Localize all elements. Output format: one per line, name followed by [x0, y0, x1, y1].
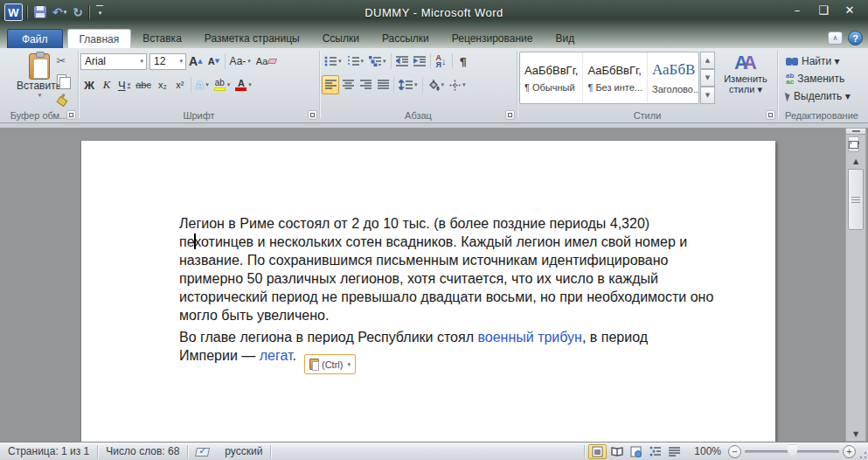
undo-button[interactable]: ↶▾ — [51, 5, 68, 19]
borders-button[interactable]: ▾ — [447, 75, 469, 94]
change-styles-button[interactable]: АА Изменить стили ▾ — [718, 52, 774, 109]
gallery-scroll-up-button[interactable]: ▲ — [700, 52, 715, 69]
scrollbar-thumb[interactable] — [848, 169, 864, 230]
decrease-indent-button[interactable] — [393, 52, 411, 71]
underline-button[interactable]: Ч▾ — [115, 75, 133, 94]
paragraph-dialog-launcher[interactable] — [505, 110, 515, 120]
replace-button[interactable]: abac Заменить — [783, 70, 867, 87]
scroll-up-button[interactable]: ▲ — [846, 154, 865, 168]
tab-insert[interactable]: Вставка — [131, 29, 193, 48]
vertical-scrollbar: ▲ ▼ — [845, 128, 866, 442]
scroll-down-button[interactable]: ▼ — [846, 427, 865, 441]
window-title: DUMMY - Microsoft Word — [0, 6, 868, 19]
font-dialog-launcher[interactable] — [308, 110, 317, 120]
close-button[interactable]: ✕ — [837, 0, 863, 19]
style-heading1[interactable]: АаБбВ Заголово... — [648, 52, 699, 103]
style-normal[interactable]: АаБбВвГг, ¶ Обычный — [520, 52, 583, 103]
copy-button[interactable] — [51, 71, 72, 88]
zoom-track[interactable] — [745, 450, 839, 453]
multilevel-list-button[interactable]: ▾ — [366, 52, 389, 71]
gallery-more-button[interactable]: ▼ — [700, 87, 715, 104]
word-logo-icon[interactable]: W — [4, 3, 23, 21]
web-layout-view-button[interactable] — [627, 444, 645, 459]
tab-view[interactable]: Вид — [544, 29, 586, 48]
zoom-in-button[interactable]: + — [843, 445, 856, 458]
zoom-out-button[interactable]: − — [728, 445, 741, 458]
tab-mailings[interactable]: Рассылки — [371, 29, 441, 48]
numbering-button[interactable]: ▾ — [344, 52, 367, 71]
split-window-handle[interactable] — [846, 129, 865, 135]
copy-icon — [57, 74, 66, 85]
increase-indent-button[interactable] — [411, 52, 428, 71]
tab-page-layout[interactable]: Разметка страницы — [193, 29, 311, 48]
bullets-button[interactable]: ▾ — [322, 52, 344, 71]
ribbon-tab-row: Файл Главная Вставка Разметка страницы С… — [0, 27, 868, 48]
page-indicator[interactable]: Страница: 1 из 1 — [0, 443, 97, 460]
justify-button[interactable] — [374, 75, 392, 94]
proofing-status[interactable]: ✓ — [188, 443, 217, 460]
bold-button[interactable]: Ж — [80, 75, 98, 94]
decrease-indent-icon — [396, 56, 408, 66]
align-right-button[interactable] — [357, 75, 374, 94]
tab-file[interactable]: Файл — [7, 29, 63, 48]
shrink-font-button[interactable]: А▼ — [205, 52, 223, 71]
format-painter-button[interactable] — [51, 90, 72, 108]
fullscreen-reading-view-button[interactable] — [608, 444, 626, 459]
divider — [225, 53, 226, 69]
clipboard-dialog-launcher[interactable] — [66, 110, 76, 120]
font-size-value: 12 — [154, 55, 165, 67]
minimize-button[interactable]: – — [784, 0, 810, 19]
tab-references[interactable]: Ссылки — [311, 29, 371, 48]
zoom-thumb[interactable] — [788, 445, 797, 458]
sort-button[interactable]: АЯ↓ — [433, 52, 450, 71]
grow-font-button[interactable]: А▲ — [186, 52, 205, 71]
paste-options-button[interactable]: (Ctrl) ▾ — [304, 354, 356, 374]
redo-button[interactable]: ↻ — [71, 5, 85, 19]
word-count[interactable]: Число слов: 68 — [98, 443, 187, 460]
print-layout-view-button[interactable] — [588, 444, 607, 459]
minimize-ribbon-button[interactable]: ∧ — [828, 31, 843, 45]
strikethrough-button[interactable]: abc — [133, 75, 154, 94]
italic-button[interactable]: К — [98, 75, 115, 94]
tab-review[interactable]: Рецензирование — [441, 29, 545, 48]
find-button[interactable]: Найти ▾ — [783, 52, 867, 70]
draft-view-button[interactable] — [665, 444, 684, 459]
superscript-button[interactable]: х² — [171, 75, 189, 94]
align-center-button[interactable] — [339, 75, 357, 94]
highlight-button[interactable]: ab▾ — [212, 75, 233, 94]
language-indicator[interactable]: русский — [217, 443, 270, 460]
select-button[interactable]: Выделить ▾ — [783, 87, 867, 105]
align-left-button[interactable] — [322, 75, 339, 94]
customize-qat-button[interactable]: ▾ — [94, 4, 105, 21]
style-no-spacing[interactable]: АаБбВвГг, ¶ Без инте... — [583, 52, 648, 103]
font-name-combobox[interactable]: Arial ▾ — [80, 53, 147, 70]
font-color-button[interactable]: А▾ — [233, 75, 254, 94]
shading-button[interactable]: ▾ — [425, 75, 448, 94]
clear-formatting-button[interactable]: Аа — [253, 52, 280, 71]
format-painter-icon — [56, 94, 67, 105]
line-spacing-button[interactable]: ▾ — [396, 75, 420, 94]
text-effects-button[interactable]: А▾ — [193, 75, 212, 94]
show-marks-button[interactable]: ¶ — [455, 52, 472, 71]
redo-icon: ↻ — [73, 6, 83, 18]
maximize-button[interactable]: ❑ — [810, 0, 837, 19]
change-case-button[interactable]: Аа-▾ — [227, 52, 253, 71]
save-button[interactable] — [32, 5, 48, 19]
outline-view-button[interactable] — [646, 444, 664, 459]
text-segment: Во главе легиона в период Республики сто… — [179, 330, 477, 345]
document-page[interactable]: Легион в Риме состоял от 2 до 10 тыс. (в… — [81, 141, 775, 442]
tab-home[interactable]: Главная — [67, 29, 132, 48]
cut-button[interactable]: ✂ — [51, 52, 72, 69]
hyperlink-legate[interactable]: легат — [260, 348, 293, 363]
print-layout-icon — [592, 446, 603, 457]
hyperlink-military-tribune[interactable]: военный трибун — [477, 330, 581, 345]
subscript-button[interactable]: х₂ — [154, 75, 171, 94]
help-button[interactable]: ? — [848, 31, 863, 45]
gallery-scroll-down-button[interactable]: ▼ — [700, 69, 715, 87]
resize-grip[interactable] — [857, 449, 867, 459]
zoom-level[interactable]: 100% — [687, 445, 728, 457]
ruler-toggle-button[interactable] — [848, 136, 859, 152]
chrome-right-buttons: ∧ ? — [828, 31, 863, 45]
font-size-combobox[interactable]: 12 ▾ — [149, 53, 186, 70]
styles-dialog-launcher[interactable] — [766, 110, 775, 120]
